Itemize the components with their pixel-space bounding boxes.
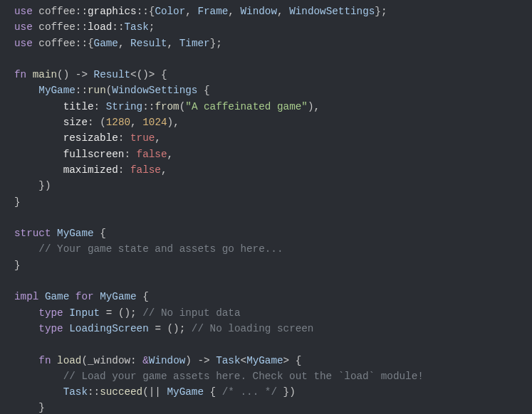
code-line: Task::succeed(|| MyGame { /* ... */ }): [14, 384, 532, 400]
token-punct: ,: [185, 6, 197, 17]
token-type: WindowSettings: [112, 85, 197, 96]
token-punct: :: [118, 132, 130, 144]
code-line: title: String::from("A caffeinated game"…: [14, 99, 532, 115]
token-punct: };: [375, 6, 387, 17]
token-punct: ,: [155, 132, 161, 144]
token-attr: resizable: [63, 132, 118, 144]
token-type: MyGame: [167, 386, 204, 398]
token-fn: main: [33, 69, 57, 80]
code-line: [14, 336, 532, 352]
code-line: // Your game state and assets go here...: [14, 241, 532, 257]
code-line: size: (1280, 1024),: [14, 115, 532, 130]
token-punct: }): [277, 386, 296, 398]
token-punct: ::{: [75, 38, 94, 49]
token-ident: graphics: [88, 6, 137, 17]
code-line: }): [14, 178, 532, 193]
token-blank: [14, 53, 21, 65]
token-punct: {: [137, 291, 149, 302]
token-type: MyGame: [246, 355, 283, 366]
token-blank: [14, 339, 21, 350]
token-kw: struct: [14, 228, 51, 239]
token-kw: fn: [14, 69, 26, 80]
token-punct: coffee: [33, 38, 75, 49]
token-type: Input: [69, 307, 100, 319]
code-line: fullscreen: false,: [14, 147, 532, 162]
token-punct: {: [204, 386, 222, 398]
token-type: Task: [124, 21, 148, 33]
token-type: LoadingScreen: [69, 323, 149, 334]
token-kw: type: [38, 307, 63, 319]
token-punct: ::: [142, 101, 155, 112]
token-kw: type: [38, 323, 63, 334]
token-punct: [14, 386, 63, 398]
token-punct: ),: [308, 101, 320, 112]
token-punct: = ();: [100, 307, 142, 319]
token-punct: (||: [142, 386, 167, 398]
code-block: use coffee::graphics::{Color, Frame, Win…: [14, 4, 532, 414]
token-punct: [63, 323, 70, 334]
token-punct: ::: [75, 85, 88, 96]
token-type: Window: [241, 6, 277, 17]
token-punct: [14, 117, 63, 128]
token-punct: ;: [149, 21, 155, 33]
token-punct: coffee: [33, 6, 75, 17]
token-type: String: [106, 101, 142, 112]
token-punct: ) ->: [185, 355, 216, 366]
token-punct: ),: [167, 117, 179, 128]
token-type: Window: [149, 355, 185, 366]
token-punct: [26, 69, 33, 80]
code-line: [14, 51, 532, 67]
token-type: Game: [45, 291, 69, 302]
code-line: impl Game for MyGame {: [14, 289, 532, 304]
token-punct: > {: [283, 355, 302, 366]
token-type: Game: [94, 38, 118, 49]
token-punct: (_window:: [81, 355, 142, 366]
token-kw: &: [142, 355, 149, 366]
code-line: struct MyGame {: [14, 225, 532, 241]
token-punct: [14, 243, 38, 255]
token-punct: ,: [228, 6, 240, 17]
token-comment: // Your game state and assets go here...: [38, 243, 283, 255]
token-punct: [14, 149, 63, 160]
token-type: MyGame: [57, 228, 93, 239]
token-blank: [14, 275, 21, 287]
token-punct: {: [94, 228, 106, 239]
token-punct: }): [14, 180, 51, 191]
code-line: }: [14, 400, 532, 414]
token-punct: }: [14, 260, 21, 271]
token-punct: () ->: [57, 69, 93, 80]
token-ident: load: [88, 21, 112, 33]
token-punct: [14, 323, 38, 334]
token-punct: (: [179, 101, 186, 112]
token-kw: use: [14, 38, 33, 49]
code-line: use coffee::graphics::{Color, Frame, Win…: [14, 4, 532, 19]
token-type: Timer: [179, 38, 210, 49]
token-type: Task: [216, 355, 240, 366]
token-punct: [14, 101, 63, 112]
code-line: use coffee::{Game, Result, Timer};: [14, 36, 532, 51]
token-comment: // Load your game assets here. Check out…: [63, 371, 424, 382]
token-comment: // No loading screen: [192, 323, 314, 334]
token-type: Frame: [197, 6, 228, 17]
code-line: }: [14, 258, 532, 273]
token-attr: size: [63, 117, 88, 128]
code-line: use coffee::load::Task;: [14, 19, 532, 35]
token-num: 1280: [106, 117, 130, 128]
token-punct: <()> {: [130, 69, 167, 80]
code-line: type LoadingScreen = (); // No loading s…: [14, 321, 532, 336]
token-str: "A caffeinated game": [185, 101, 308, 112]
token-punct: coffee: [33, 21, 75, 33]
code-line: }: [14, 194, 532, 210]
token-bool: true: [130, 132, 155, 144]
code-line: fn load(_window: &Window) -> Task<MyGame…: [14, 353, 532, 368]
token-punct: [38, 291, 45, 302]
token-punct: {: [197, 85, 209, 96]
token-punct: ::{: [137, 6, 155, 17]
token-punct: [14, 85, 38, 96]
token-punct: };: [210, 38, 222, 49]
token-kw: use: [14, 6, 33, 17]
code-line: MyGame::run(WindowSettings {: [14, 83, 532, 98]
token-punct: [94, 291, 100, 302]
token-kw: fn: [38, 355, 51, 366]
token-punct: [14, 164, 63, 176]
